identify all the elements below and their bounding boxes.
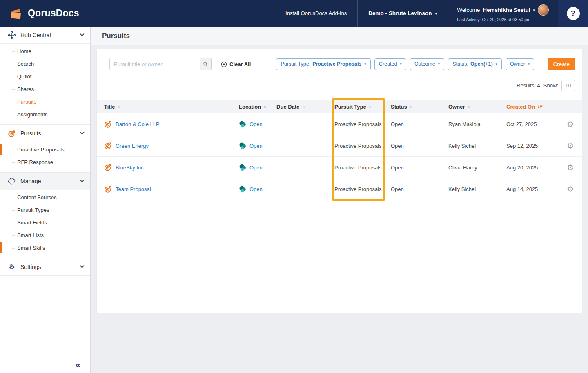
sidebar-section-settings[interactable]: ⚙ Settings <box>0 258 90 275</box>
create-button[interactable]: Create <box>548 58 575 70</box>
column-header-location[interactable]: Location ↑↓ <box>239 104 276 110</box>
sidebar-item-home[interactable]: Home <box>0 45 90 58</box>
brand-logo[interactable]: QorusDocs <box>0 0 87 27</box>
status-cell: Open <box>388 121 445 127</box>
created-on-cell: Aug 20, 2025 <box>503 164 561 171</box>
column-header-title[interactable]: Title ↑↓ <box>104 104 239 110</box>
column-label: Status <box>391 104 407 110</box>
results-row: Results: 4 Show: 10 <box>97 70 582 91</box>
row-settings-gear-icon[interactable]: ⚙ <box>567 120 574 128</box>
filter-outcome[interactable]: Outcome ▾ <box>410 58 444 70</box>
sidebar-section-pursuits[interactable]: Pursuits <box>0 125 90 142</box>
sidebar-item-search[interactable]: Search <box>0 58 90 70</box>
sidebar-section-hub-central[interactable]: Hub Central <box>0 27 90 44</box>
pursuit-target-icon <box>104 142 112 150</box>
section-label: Manage <box>20 178 41 184</box>
help-icon[interactable]: ? <box>567 7 580 20</box>
sidebar-item-content-sources[interactable]: Content Sources <box>0 191 90 204</box>
sidebar-item-label: Smart Skills <box>17 245 45 251</box>
user-menu[interactable]: Welcome Hemshikha Seetul ▾ Last Activity… <box>448 0 558 27</box>
user-avatar[interactable] <box>538 4 549 16</box>
sidebar-item-smart-lists[interactable]: Smart Lists <box>0 229 90 242</box>
chevron-down-icon: ▾ <box>364 62 366 66</box>
page-size-input[interactable]: 10 <box>561 80 575 91</box>
sidebar-item-proactive-proposals[interactable]: Proactive Proposals <box>0 143 90 156</box>
filter-bar: Pursuit Type: Proactive Proposals ▾ Crea… <box>276 58 575 70</box>
search-button[interactable] <box>200 58 211 70</box>
sidebar-item-smart-fields[interactable]: Smart Fields <box>0 216 90 229</box>
column-header-due-date[interactable]: Due Date ↑↓ <box>276 104 332 110</box>
location-open-link[interactable]: Open <box>249 121 263 127</box>
sort-icon[interactable]: ↑↓ <box>118 104 121 109</box>
column-header-pursuit-type[interactable]: Pursuit Type ↑↓ <box>332 104 388 110</box>
sidebar-item-label: RFP Response <box>17 159 53 165</box>
sort-icon[interactable]: ↑↓ <box>369 104 372 109</box>
owner-cell: Olivia Hardy <box>445 164 503 171</box>
location-open-link[interactable]: Open <box>249 186 263 192</box>
pursuits-card: Clear All Pursuit Type: Proactive Propos… <box>97 49 582 313</box>
pursuit-target-icon <box>104 163 112 171</box>
table-row[interactable]: BlueSky Inc Open Proactive Proposals Ope… <box>97 157 582 178</box>
filter-pursuit-type[interactable]: Pursuit Type: Proactive Proposals ▾ <box>276 58 370 70</box>
chevron-down-icon: ▾ <box>400 62 402 66</box>
sidebar-item-pursuits[interactable]: Pursuits <box>0 95 90 108</box>
owner-cell: Ryan Makiola <box>445 121 503 127</box>
tenant-selector[interactable]: Demo - Shrute Levinson ▾ <box>357 0 448 27</box>
sidebar-collapse-button[interactable]: « <box>76 360 80 371</box>
status-cell: Open <box>388 186 445 192</box>
row-settings-gear-icon[interactable]: ⚙ <box>567 142 574 150</box>
sidebar-item-label: Smart Lists <box>17 232 44 238</box>
location-open-link[interactable]: Open <box>249 143 263 149</box>
section-label: Hub Central <box>20 32 51 38</box>
column-label: Created On <box>506 104 535 110</box>
search-input[interactable] <box>110 58 200 70</box>
created-on-cell: Aug 14, 2025 <box>503 186 561 192</box>
sort-icon[interactable]: ↑↓ <box>263 104 267 109</box>
sort-icon[interactable]: ↑↓ <box>410 104 413 109</box>
filter-owner[interactable]: Owner ▾ <box>506 58 534 70</box>
chevron-down-icon: ▾ <box>496 62 498 66</box>
column-header-created-on[interactable]: Created On <box>503 104 561 110</box>
clear-all-button[interactable]: Clear All <box>221 61 251 67</box>
column-header-status[interactable]: Status ↑↓ <box>388 104 445 110</box>
chevron-down-icon <box>80 264 84 268</box>
pursuits-table: Title ↑↓ Location ↑↓ Due Date ↑↓ Pursuit… <box>97 100 582 200</box>
sort-descending-icon[interactable] <box>537 104 543 109</box>
pursuit-title-link[interactable]: Team Proposal <box>116 186 151 192</box>
table-row[interactable]: Barton & Cole LLP Open Proactive Proposa… <box>97 113 582 135</box>
sidebar: Hub Central Home Search QPilot Shares Pu… <box>0 27 91 373</box>
sharepoint-icon <box>239 185 246 193</box>
column-header-owner[interactable]: Owner ↑↓ <box>445 104 503 110</box>
pursuit-title-link[interactable]: BlueSky Inc <box>116 164 144 171</box>
status-cell: Open <box>388 143 445 149</box>
table-row[interactable]: Green Energy Open Proactive Proposals Op… <box>97 135 582 157</box>
sidebar-item-label: Content Sources <box>17 194 57 200</box>
sidebar-item-smart-skills[interactable]: Smart Skills <box>0 242 90 254</box>
sort-icon[interactable]: ↑↓ <box>467 104 470 109</box>
section-label: Settings <box>20 264 41 270</box>
sidebar-item-assignments[interactable]: Assignments <box>0 108 90 121</box>
clear-circle-icon <box>221 61 227 67</box>
sidebar-section-manage[interactable]: Manage <box>0 173 90 190</box>
sort-icon[interactable]: ↑↓ <box>302 104 305 109</box>
sidebar-item-label: Search <box>17 61 34 67</box>
table-row[interactable]: Team Proposal Open Proactive Proposals O… <box>97 178 582 200</box>
pursuit-title-link[interactable]: Green Energy <box>116 143 149 149</box>
filter-created[interactable]: Created ▾ <box>374 58 406 70</box>
chevron-down-icon: ▾ <box>528 62 530 66</box>
sidebar-item-rfp-response[interactable]: RFP Response <box>0 156 90 169</box>
sidebar-item-pursuit-types[interactable]: Pursuit Types <box>0 204 90 216</box>
user-name: Hemshikha Seetul <box>483 7 530 13</box>
install-addins-link[interactable]: Install QorusDocs Add-Ins <box>275 0 357 27</box>
created-on-cell: Oct 27, 2025 <box>503 121 561 127</box>
filter-status[interactable]: Status: Open(+1) ▾ <box>448 58 502 70</box>
chevron-down-icon <box>80 130 84 135</box>
sidebar-item-shares[interactable]: Shares <box>0 83 90 95</box>
hub-icon <box>7 31 16 39</box>
row-settings-gear-icon[interactable]: ⚙ <box>567 164 574 171</box>
created-on-cell: Sep 12, 2025 <box>503 143 561 149</box>
sidebar-item-qpilot[interactable]: QPilot <box>0 70 90 83</box>
row-settings-gear-icon[interactable]: ⚙ <box>567 185 574 193</box>
pursuit-title-link[interactable]: Barton & Cole LLP <box>116 121 160 127</box>
location-open-link[interactable]: Open <box>249 164 263 171</box>
